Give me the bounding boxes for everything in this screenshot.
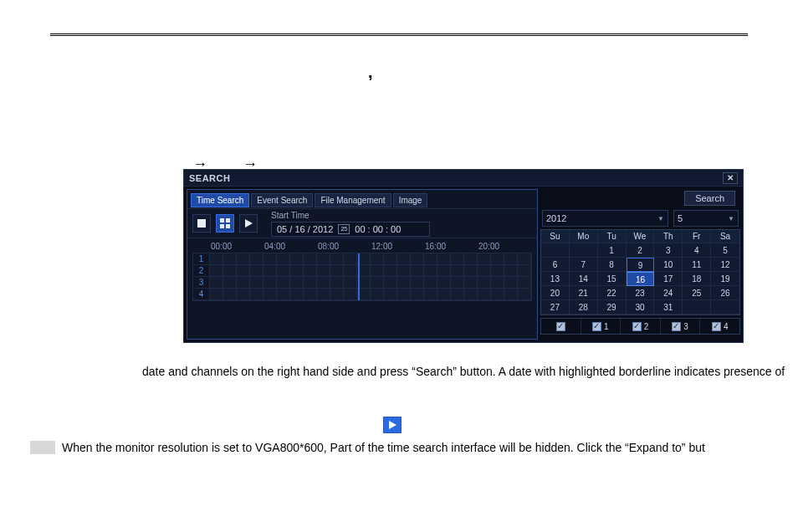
note-marker	[30, 441, 55, 454]
calendar-day[interactable]: 7	[570, 258, 598, 272]
channel-all-checkbox[interactable]	[541, 319, 581, 334]
search-window: SEARCH ✕ Time Search Event Search File M…	[183, 169, 744, 343]
timeline-row[interactable]: 1	[193, 253, 531, 265]
close-button[interactable]: ✕	[723, 172, 738, 184]
start-time-group: Start Time 05 / 16 / 2012 25 00 : 00 : 0…	[271, 211, 532, 237]
calendar-day[interactable]: 1	[598, 243, 627, 258]
grid-view-button[interactable]	[216, 214, 234, 233]
svg-marker-5	[245, 219, 253, 228]
search-button[interactable]: Search	[684, 191, 735, 206]
timeline-area: 00:00 04:00 08:00 12:00 16:00 20:00 1234	[187, 238, 537, 339]
calendar-day[interactable]: 18	[683, 272, 711, 286]
timeline-row[interactable]: 4	[193, 289, 531, 300]
calendar-day[interactable]: 21	[570, 286, 598, 300]
start-time-value: 00 : 00 : 00	[355, 224, 401, 234]
channel-checkbox[interactable]: 1	[581, 319, 622, 334]
calendar-day[interactable]: 5	[711, 243, 739, 258]
calendar-day[interactable]: 9	[627, 258, 655, 272]
channel-checkbox[interactable]: 3	[661, 319, 701, 334]
calendar-day[interactable]: 14	[570, 272, 598, 286]
svg-marker-6	[389, 421, 396, 429]
calendar-day[interactable]: 16	[627, 272, 655, 286]
calendar-day[interactable]: 24	[654, 286, 683, 300]
tab-time-search[interactable]: Time Search	[191, 193, 249, 207]
titlebar: SEARCH ✕	[184, 170, 743, 187]
right-pane: Search 2012 ▼ 5 ▼ SuMoTuWeThFrSa 1234567…	[540, 189, 740, 340]
start-time-label: Start Time	[271, 211, 532, 220]
doc-text-1: date and channels on the right hand side…	[142, 365, 785, 378]
calendar-day[interactable]: 20	[541, 286, 570, 300]
play-button[interactable]	[239, 214, 258, 233]
weekday-label: Mo	[570, 230, 598, 243]
timeline-row-label: 2	[193, 265, 210, 276]
year-select[interactable]: 2012 ▼	[542, 210, 668, 227]
svg-rect-1	[220, 218, 224, 223]
calendar-day[interactable]: 4	[683, 243, 711, 258]
svg-rect-4	[226, 224, 230, 228]
calendar-day[interactable]: 29	[598, 300, 627, 315]
left-pane: Time Search Event Search File Management…	[187, 189, 538, 340]
calendar-day[interactable]: 12	[711, 258, 739, 272]
calendar-day[interactable]: 25	[683, 286, 711, 300]
channel-select-row: 1234	[540, 318, 740, 335]
calendar-day	[570, 243, 598, 258]
calendar-day[interactable]: 27	[541, 300, 570, 315]
calendar-day[interactable]: 17	[654, 272, 683, 286]
tab-image[interactable]: Image	[393, 193, 428, 207]
calendar-day[interactable]: 30	[627, 300, 655, 315]
calendar-day[interactable]: 3	[654, 243, 683, 258]
play-icon	[383, 417, 402, 433]
calendar-day[interactable]: 8	[598, 258, 627, 272]
tab-event-search[interactable]: Event Search	[251, 193, 313, 207]
calendar-day	[683, 300, 711, 315]
channel-checkbox[interactable]: 4	[700, 319, 739, 334]
timeline-row-label: 4	[193, 289, 210, 299]
calendar-icon[interactable]: 25	[338, 224, 350, 234]
calendar-day[interactable]: 22	[598, 286, 627, 300]
start-time-input[interactable]: 05 / 16 / 2012 25 00 : 00 : 00	[271, 222, 430, 237]
svg-rect-2	[226, 218, 230, 223]
calendar-day	[541, 243, 570, 258]
calendar-day	[711, 300, 739, 315]
stop-button[interactable]	[192, 214, 211, 233]
calendar-day[interactable]: 31	[654, 300, 683, 315]
svg-rect-0	[197, 219, 206, 228]
month-select[interactable]: 5 ▼	[673, 210, 739, 227]
calendar-day[interactable]: 11	[683, 258, 711, 272]
calendar-day[interactable]: 2	[627, 243, 655, 258]
start-date-value: 05 / 16 / 2012	[277, 224, 333, 234]
calendar-day[interactable]: 23	[627, 286, 655, 300]
chevron-down-icon: ▼	[657, 215, 664, 223]
weekday-label: Sa	[711, 230, 739, 243]
weekday-label: Su	[541, 230, 570, 243]
calendar-day[interactable]: 13	[541, 272, 570, 286]
calendar-day[interactable]: 15	[598, 272, 627, 286]
doc-text-2: When the monitor resolution is set to VG…	[62, 441, 705, 454]
timeline-header: 00:00 04:00 08:00 12:00 16:00 20:00	[192, 242, 532, 251]
calendar-day[interactable]: 28	[570, 300, 598, 315]
channel-checkbox[interactable]: 2	[621, 319, 661, 334]
calendar-day[interactable]: 6	[541, 258, 570, 272]
calendar: SuMoTuWeThFrSa 1234567891011121314151617…	[540, 229, 740, 315]
controls-row: Start Time 05 / 16 / 2012 25 00 : 00 : 0…	[187, 208, 537, 238]
tab-file-management[interactable]: File Management	[315, 193, 391, 207]
tabs-row: Time Search Event Search File Management…	[187, 190, 537, 208]
window-title: SEARCH	[189, 173, 723, 183]
chevron-down-icon: ▼	[728, 215, 734, 223]
calendar-day[interactable]: 19	[711, 272, 739, 286]
weekday-label: Th	[654, 230, 683, 243]
weekday-label: Tu	[598, 230, 627, 243]
timeline-row[interactable]: 3	[193, 277, 531, 289]
weekday-label: We	[627, 230, 655, 243]
timeline-row-label: 3	[193, 277, 210, 288]
weekday-label: Fr	[683, 230, 711, 243]
svg-rect-3	[220, 224, 224, 228]
calendar-day[interactable]: 10	[654, 258, 683, 272]
timeline-row-label: 1	[193, 253, 210, 264]
calendar-day[interactable]: 26	[711, 286, 739, 300]
timeline-row[interactable]: 2	[193, 265, 531, 277]
